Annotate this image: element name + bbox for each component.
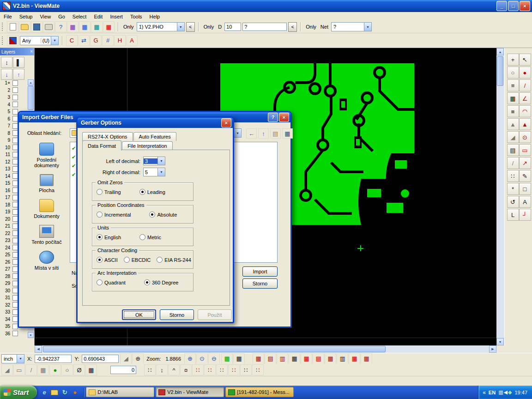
anchor-icon[interactable]: ↕ — [156, 364, 168, 375]
layer-combo[interactable]: 1) V2.PHO ▼ — [137, 22, 185, 31]
phi-aperture-icon[interactable]: Ø — [73, 364, 85, 375]
start-button[interactable]: Start — [0, 386, 37, 399]
apply-button[interactable]: Použít — [198, 309, 232, 320]
cancel-button[interactable]: Storno — [160, 309, 194, 320]
menu-item[interactable]: Go — [54, 13, 69, 20]
red-grid-2-icon[interactable]: ∷ — [204, 364, 216, 375]
gerber-dialog-titlebar[interactable]: Gerber Options × — [78, 118, 233, 128]
tray-shield-icon[interactable]: ◆ — [508, 390, 512, 395]
swap-icon[interactable]: ⇄ — [78, 35, 90, 46]
tab[interactable]: RS274-X Options — [82, 132, 133, 141]
zoom-window-icon[interactable]: ⊙ — [196, 353, 208, 364]
net-combo[interactable]: ? ▼ — [331, 22, 372, 31]
chevron-down-icon[interactable]: ▼ — [51, 36, 58, 45]
close-button[interactable]: × — [279, 113, 289, 122]
tab[interactable]: Data Format — [82, 140, 121, 151]
layer-color-swatch[interactable] — [12, 102, 18, 107]
circle-aperture-icon[interactable]: ○ — [61, 364, 73, 375]
layer-down-icon[interactable]: ↓ — [1, 69, 12, 80]
erase-icon[interactable]: □ — [519, 183, 531, 195]
chevron-down-icon[interactable]: ▼ — [364, 23, 371, 31]
ruler2-icon[interactable]: ◢ — [1, 364, 13, 375]
menu-item[interactable]: Tools — [127, 13, 146, 20]
sync-icon[interactable]: ↻ — [60, 388, 69, 397]
vertical-scrollbar[interactable]: ▲ ▼ — [496, 48, 504, 345]
desktop-icon[interactable]: Plocha — [24, 174, 69, 193]
graphics-icon[interactable]: G — [90, 35, 102, 46]
select-net-icon[interactable]: ▦ — [103, 21, 115, 32]
origin-icon[interactable]: ⊕ — [132, 353, 144, 364]
y-coordinate[interactable]: 0.690643 — [82, 355, 119, 363]
explorer-task[interactable]: D:\MLAB — [86, 387, 154, 397]
chevron-down-icon[interactable]: ▼ — [157, 168, 165, 176]
scroll-thumb[interactable] — [43, 346, 386, 352]
ruler-icon[interactable]: / — [507, 157, 519, 169]
help-pointer-icon[interactable]: ? — [55, 21, 66, 32]
slope-icon[interactable]: ◢ — [507, 131, 519, 143]
overlay-5-icon[interactable]: ▦ — [301, 353, 312, 364]
minimize-button[interactable]: _ — [496, 1, 507, 11]
red-grid-3-icon[interactable]: ∷ — [252, 364, 264, 375]
layer-color-swatch[interactable] — [12, 95, 18, 100]
step-repeat-icon[interactable]: L — [507, 209, 519, 221]
menu-item[interactable]: Edit — [90, 13, 106, 20]
draw-rect-icon[interactable]: ▭ — [519, 144, 531, 156]
scroll-up-icon[interactable]: ▲ — [28, 79, 34, 85]
black-grid-icon[interactable]: ∷ — [240, 364, 252, 375]
recent-documents-icon[interactable]: Poslední dokumenty — [24, 143, 69, 168]
d-code-input[interactable]: 10 — [224, 23, 241, 31]
units-combo[interactable]: inch ▼ — [1, 354, 24, 363]
scroll-thumb[interactable] — [28, 86, 34, 110]
menu-item[interactable]: View — [36, 13, 54, 20]
documents-icon[interactable]: Dokumenty — [24, 199, 69, 219]
trace-mode-icon[interactable]: / — [25, 364, 37, 375]
pad-shape-icon[interactable]: ▭ — [13, 364, 25, 375]
messenger-task[interactable]: [191-482-091] - Mess... — [225, 387, 294, 397]
dot-grid-icon[interactable]: ∷ — [144, 364, 156, 375]
ok-button[interactable]: OK — [122, 309, 156, 320]
close-icon[interactable]: × — [30, 49, 33, 54]
browser-icon[interactable]: ● — [70, 388, 79, 397]
corner-tool-icon[interactable]: ┘ — [519, 209, 531, 221]
cancel-button[interactable]: Storno — [242, 278, 278, 289]
scroll-down-icon[interactable]: ▼ — [28, 332, 34, 338]
select-inside-icon[interactable]: ▦ — [91, 21, 103, 32]
close-button[interactable]: × — [520, 1, 530, 11]
new-folder-icon[interactable]: ▤ — [270, 128, 281, 139]
flash-pad-icon[interactable]: ● — [519, 66, 531, 79]
maximize-button[interactable]: □ — [508, 1, 519, 11]
up-level-icon[interactable]: ↑ — [258, 128, 269, 139]
diagonal-measure-icon[interactable]: ◢ — [120, 353, 132, 364]
layer-row[interactable]: 3 — [0, 94, 28, 101]
scroll-right-icon[interactable]: ▶ — [489, 345, 496, 353]
rotate-icon[interactable]: ↺ — [507, 196, 519, 208]
radio-option[interactable]: Leading — [139, 189, 165, 195]
radio-option[interactable]: Absolute — [149, 212, 177, 218]
close-button[interactable]: × — [221, 118, 231, 127]
mirror-icon[interactable]: ▲ — [507, 118, 519, 130]
computer-icon[interactable]: Tento počítač — [24, 225, 69, 245]
left-decimal-combo[interactable]: 3 ▼ — [143, 157, 165, 165]
highlight-net-icon[interactable]: ○ — [507, 66, 519, 79]
overlay-6-icon[interactable]: ▤ — [313, 353, 324, 364]
dcode-c-icon[interactable]: C — [66, 35, 78, 46]
chevron-down-icon[interactable]: ▼ — [157, 157, 165, 165]
table-alt-icon[interactable]: ▦ — [233, 353, 245, 364]
window-titlebar[interactable]: V2.bin - ViewMate _ □ × — [0, 0, 532, 12]
radio-option[interactable]: Trailing — [97, 189, 121, 195]
prev-layer-button[interactable]: < — [186, 22, 195, 32]
layer-color-swatch[interactable] — [12, 87, 18, 93]
pencil-icon[interactable]: ✎ — [519, 170, 531, 182]
zoom-in-icon[interactable]: ⊕ — [184, 353, 196, 364]
block-icon[interactable]: ■ — [507, 105, 519, 117]
overlay-1-icon[interactable]: ▦ — [253, 353, 264, 364]
mixed-grid-2-icon[interactable]: ∷ — [228, 364, 240, 375]
views-icon[interactable]: ▦ — [282, 128, 293, 139]
overlay-3-icon[interactable]: ▥ — [277, 353, 288, 364]
pointer-icon[interactable]: ↖ — [519, 54, 531, 66]
layer-color-swatch[interactable] — [12, 80, 18, 86]
radio-option[interactable]: EBCDIC — [124, 257, 151, 263]
overlay-7-icon[interactable]: ▦ — [325, 353, 336, 364]
draw-line-icon[interactable]: / — [519, 79, 531, 91]
mixed-grid-1-icon[interactable]: ∷ — [216, 364, 228, 375]
